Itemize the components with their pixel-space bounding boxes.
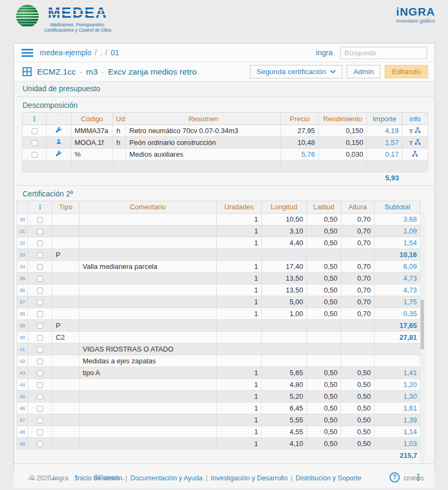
comentario-cell[interactable]	[79, 378, 217, 390]
medea-logo[interactable]: MEDEA Mediciones, Presupuestos, Certific…	[16, 5, 111, 38]
unidades-cell[interactable]: 1	[217, 437, 262, 449]
altura-cell[interactable]: 0,70	[341, 237, 374, 248]
altura-cell[interactable]: 0,50	[341, 426, 374, 437]
rendimiento-cell[interactable]: 0,150	[319, 125, 367, 137]
codigo-cell[interactable]: %	[71, 149, 113, 160]
latitud-cell[interactable]: 0,50	[307, 378, 341, 390]
unidades-cell[interactable]: 1	[217, 225, 262, 237]
tree-icon[interactable]	[412, 150, 418, 158]
comentario-cell[interactable]	[79, 437, 217, 449]
text-icon[interactable]: T	[409, 140, 413, 146]
tipo-cell[interactable]	[53, 237, 79, 248]
precio-cell[interactable]: 10,48	[281, 137, 319, 149]
comentario-cell[interactable]	[79, 402, 217, 414]
altura-cell[interactable]: 0,70	[341, 225, 374, 237]
precio-cell[interactable]: 5,76	[281, 149, 319, 160]
table-grid-icon[interactable]	[23, 67, 32, 76]
footer-link[interactable]: Investigación y Desarrollo	[211, 474, 288, 482]
comentario-cell[interactable]	[79, 225, 217, 237]
resumen-cell[interactable]: Peón ordinario construcción	[126, 137, 281, 149]
resumen-cell[interactable]: Retro neumático 70cv 0.07-0.34m3	[126, 125, 281, 137]
user-label[interactable]: ingra	[316, 48, 333, 57]
longitud-cell[interactable]	[262, 355, 307, 367]
col-precio[interactable]: Precio	[281, 113, 319, 125]
resumen-cell[interactable]: Medios auxiliares	[126, 149, 281, 160]
row-checkbox[interactable]	[32, 152, 38, 158]
latitud-cell[interactable]: 0,50	[307, 272, 341, 284]
col-rendimiento[interactable]: Rendimiento	[319, 113, 367, 125]
altura-cell[interactable]	[341, 343, 374, 355]
tipo-cell[interactable]: C2	[53, 331, 79, 343]
latitud-cell[interactable]: 0,50	[307, 260, 341, 272]
longitud-cell[interactable]: 13,50	[262, 284, 307, 296]
unidades-cell[interactable]: 1	[217, 426, 262, 437]
altura-cell[interactable]: 0,70	[341, 213, 374, 225]
comentario-cell[interactable]: tipo A	[79, 367, 217, 378]
latitud-cell[interactable]: 0,50	[307, 225, 341, 237]
footer-link[interactable]: Inicio de sesión	[76, 474, 122, 482]
ingra-logo[interactable]: iNGRA inventario gráfico	[396, 6, 435, 38]
footer-link[interactable]: Documentación y Ayuda	[130, 474, 203, 482]
tree-icon[interactable]	[415, 138, 421, 147]
row-checkbox[interactable]	[37, 441, 43, 447]
row-checkbox[interactable]	[37, 370, 43, 376]
row-checkbox[interactable]	[37, 406, 43, 412]
tipo-cell[interactable]	[53, 225, 79, 237]
search-input[interactable]	[340, 47, 427, 59]
altura-cell[interactable]: 0,70	[341, 296, 374, 308]
comentario-cell[interactable]	[79, 426, 217, 437]
row-checkbox[interactable]	[37, 252, 43, 258]
latitud-cell[interactable]: 0,50	[307, 437, 341, 449]
row-checkbox[interactable]	[37, 335, 43, 341]
tipo-cell[interactable]	[53, 390, 79, 402]
row-checkbox[interactable]	[37, 217, 43, 223]
unidades-cell[interactable]: 1	[217, 213, 262, 225]
longitud-cell[interactable]: 5,65	[262, 367, 307, 378]
col-resumen[interactable]: Resumen	[126, 113, 281, 125]
tipo-cell[interactable]	[53, 260, 79, 272]
codigo-cell[interactable]: MMMA37a	[71, 125, 113, 137]
longitud-cell[interactable]	[262, 319, 307, 331]
section-budget-unit[interactable]: Unidad de presupuesto	[14, 82, 435, 97]
col-comentario[interactable]: Comentario	[79, 201, 217, 213]
row-checkbox[interactable]	[37, 382, 43, 388]
col-unidades[interactable]: Unidades	[217, 201, 262, 213]
row-checkbox[interactable]	[37, 323, 43, 329]
rendimiento-cell[interactable]: 0,150	[319, 137, 367, 149]
tipo-cell[interactable]	[53, 402, 79, 414]
col-tipo[interactable]: Tipo	[53, 201, 79, 213]
row-checkbox[interactable]	[37, 240, 43, 246]
tipo-cell[interactable]: P	[53, 319, 79, 331]
longitud-cell[interactable]: 5,00	[262, 296, 307, 308]
row-checkbox[interactable]	[37, 359, 43, 364]
comentario-cell[interactable]	[79, 284, 217, 296]
longitud-cell[interactable]: 5,55	[262, 414, 307, 426]
altura-cell[interactable]: 0,50	[341, 414, 374, 426]
ud-cell[interactable]: h	[113, 125, 126, 137]
rendimiento-cell[interactable]: 0,030	[319, 149, 367, 160]
tipo-cell[interactable]	[53, 284, 79, 296]
latitud-cell[interactable]: 0,50	[307, 284, 341, 296]
comentario-cell[interactable]	[79, 296, 217, 308]
altura-cell[interactable]: 0,50	[341, 367, 374, 378]
unidades-cell[interactable]: 1	[217, 296, 262, 308]
breadcrumb-root[interactable]: .	[100, 48, 102, 57]
unidades-cell[interactable]	[217, 319, 262, 331]
admin-button[interactable]: Admin	[347, 65, 380, 78]
row-checkbox[interactable]	[32, 140, 38, 146]
col-ud[interactable]: Ud	[113, 113, 126, 125]
tipo-cell[interactable]	[53, 378, 79, 390]
longitud-cell[interactable]: 4,40	[262, 237, 307, 248]
tipo-cell[interactable]	[53, 272, 79, 284]
unidades-cell[interactable]: 1	[217, 402, 262, 414]
certification-select[interactable]: Segunda certificación	[250, 65, 342, 78]
longitud-cell[interactable]: 10,50	[262, 213, 307, 225]
row-checkbox[interactable]	[37, 264, 43, 270]
tipo-cell[interactable]	[53, 296, 79, 308]
col-importe[interactable]: Importe	[367, 113, 402, 125]
codigo-cell[interactable]: MOOA.1f	[71, 137, 113, 149]
row-checkbox[interactable]	[37, 429, 43, 435]
tipo-cell[interactable]	[53, 343, 79, 355]
precio-cell[interactable]: 27,95	[281, 125, 319, 137]
altura-cell[interactable]: 0,50	[341, 402, 374, 414]
